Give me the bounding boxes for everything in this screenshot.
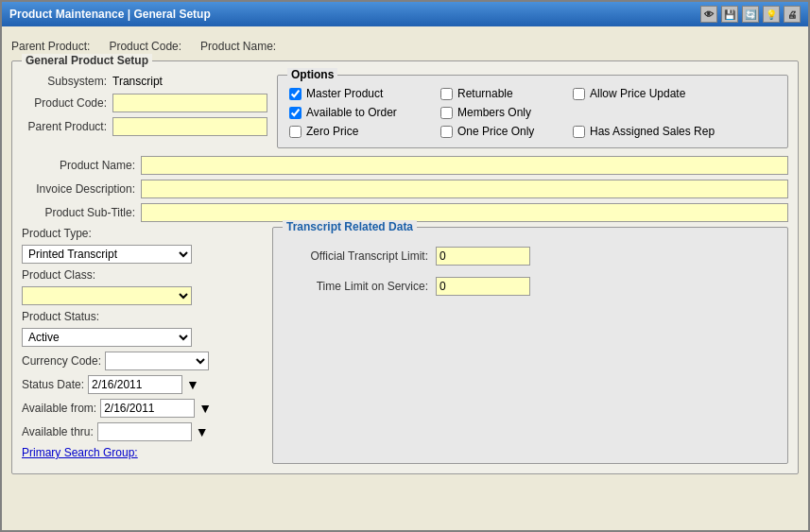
- bottom-two-col: Product Type: Printed Transcript Product…: [22, 227, 788, 464]
- product-name-field: Product Name:: [200, 40, 276, 53]
- available-from-input[interactable]: [100, 399, 195, 418]
- allow-price-update-checkbox-item: Allow Price Update: [573, 87, 733, 100]
- has-assigned-sales-rep-label: Has Assigned Sales Rep: [590, 125, 715, 138]
- product-code-field: Product Code:: [109, 40, 181, 53]
- subsystem-row: Subsystem: Transcript: [22, 75, 267, 88]
- members-only-checkbox[interactable]: [440, 107, 453, 119]
- product-subtitle-input[interactable]: [141, 203, 788, 222]
- has-assigned-sales-rep-checkbox-item: Has Assigned Sales Rep: [573, 125, 733, 138]
- currency-code-label: Currency Code:: [22, 354, 101, 368]
- allow-price-update-checkbox[interactable]: [573, 88, 585, 100]
- general-setup-title: General Product Setup: [22, 54, 152, 67]
- one-price-only-label: One Price Only: [457, 125, 534, 138]
- members-only-label: Members Only: [457, 106, 531, 119]
- available-thru-cal-icon[interactable]: ▼: [196, 424, 209, 439]
- eye-icon[interactable]: 👁: [700, 6, 717, 23]
- members-only-checkbox-item: Members Only: [440, 106, 573, 119]
- official-transcript-row: Official Transcript Limit:: [286, 247, 774, 266]
- zero-price-checkbox[interactable]: [289, 126, 302, 138]
- refresh-icon[interactable]: 🔄: [742, 6, 759, 23]
- product-type-label: Product Type:: [22, 227, 92, 240]
- master-product-checkbox[interactable]: [289, 88, 302, 100]
- window-title: Product Maintenance | General Setup: [9, 8, 211, 21]
- invoice-description-label: Invoice Description:: [22, 182, 135, 196]
- product-status-label: Product Status:: [22, 310, 99, 323]
- options-grid: Master Product Returnable Allow Price Up…: [289, 87, 776, 138]
- parent-product-input[interactable]: [112, 117, 267, 136]
- product-code-row: Product Code:: [22, 94, 267, 112]
- zero-price-label: Zero Price: [306, 125, 358, 138]
- print-icon[interactable]: 🖨: [784, 6, 801, 23]
- parent-product-label-left: Parent Product:: [22, 120, 107, 133]
- has-assigned-sales-rep-checkbox[interactable]: [573, 126, 585, 138]
- product-class-select[interactable]: [22, 286, 192, 305]
- master-product-label: Master Product: [306, 87, 383, 100]
- product-class-label: Product Class:: [22, 268, 95, 282]
- toolbar: 👁 💾 🔄 💡 🖨: [700, 6, 801, 23]
- available-to-order-checkbox-item: Available to Order: [289, 106, 440, 119]
- available-thru-input[interactable]: [97, 422, 192, 441]
- bottom-left: Product Type: Printed Transcript Product…: [22, 227, 263, 464]
- status-date-cal-icon[interactable]: ▼: [186, 377, 199, 392]
- transcript-related-group: Transcript Related Data Official Transcr…: [272, 227, 788, 464]
- product-status-label-row: Product Status:: [22, 310, 263, 323]
- product-code-label: Product Code:: [109, 40, 181, 53]
- time-limit-label: Time Limit on Service:: [286, 280, 428, 293]
- official-transcript-input[interactable]: [436, 247, 530, 266]
- product-class-dropdown-row: [22, 286, 263, 305]
- product-name-label: Product Name:: [200, 40, 276, 53]
- main-content: Parent Product: Product Code: Product Na…: [2, 26, 808, 488]
- returnable-checkbox[interactable]: [440, 88, 453, 100]
- one-price-only-checkbox[interactable]: [440, 126, 453, 138]
- info-icon[interactable]: 💡: [763, 6, 780, 23]
- parent-product-label: Parent Product:: [11, 40, 90, 53]
- time-limit-row: Time Limit on Service:: [286, 277, 774, 296]
- parent-product-field: Parent Product:: [11, 40, 90, 53]
- product-name-input[interactable]: [141, 156, 788, 175]
- returnable-checkbox-item: Returnable: [440, 87, 573, 100]
- product-code-input[interactable]: [112, 94, 267, 112]
- product-code-label-left: Product Code:: [22, 96, 107, 110]
- product-type-select[interactable]: Printed Transcript: [22, 245, 192, 264]
- status-date-label: Status Date:: [22, 378, 84, 391]
- product-status-dropdown-row: Active: [22, 328, 263, 347]
- master-product-checkbox-item: Master Product: [289, 87, 440, 100]
- product-name-full-label: Product Name:: [22, 159, 135, 172]
- time-limit-input[interactable]: [436, 277, 530, 296]
- one-price-only-checkbox-item: One Price Only: [440, 125, 573, 138]
- returnable-label: Returnable: [457, 87, 513, 100]
- right-col: Options Master Product Returnable: [277, 69, 788, 148]
- currency-code-row: Currency Code:: [22, 352, 263, 370]
- save-icon[interactable]: 💾: [721, 6, 738, 23]
- primary-search-link[interactable]: Primary Search Group:: [22, 446, 138, 459]
- available-from-cal-icon[interactable]: ▼: [198, 401, 212, 416]
- options-group: Options Master Product Returnable: [277, 75, 788, 148]
- general-setup-group: General Product Setup Subsystem: Transcr…: [11, 60, 799, 474]
- primary-search-row: Primary Search Group:: [22, 446, 263, 459]
- subsystem-value: Transcript: [112, 75, 163, 88]
- allow-price-update-label: Allow Price Update: [590, 87, 685, 100]
- setup-two-col: Subsystem: Transcript Product Code: Pare…: [22, 69, 788, 148]
- status-date-input[interactable]: [88, 375, 182, 394]
- product-type-label-row: Product Type:: [22, 227, 263, 240]
- product-status-select[interactable]: Active: [22, 328, 192, 347]
- main-window: Product Maintenance | General Setup 👁 💾 …: [0, 0, 810, 532]
- title-bar: Product Maintenance | General Setup 👁 💾 …: [2, 2, 808, 26]
- transcript-related-title: Transcript Related Data: [283, 220, 417, 233]
- currency-code-select[interactable]: [105, 352, 209, 370]
- available-thru-row: Available thru: ▼: [22, 422, 263, 441]
- available-to-order-checkbox[interactable]: [289, 107, 302, 119]
- options-title: Options: [287, 68, 337, 81]
- zero-price-checkbox-item: Zero Price: [289, 125, 440, 138]
- invoice-description-row: Invoice Description:: [22, 180, 788, 198]
- product-class-label-row: Product Class:: [22, 268, 263, 282]
- product-name-full-row: Product Name:: [22, 156, 788, 175]
- available-from-row: Available from: ▼: [22, 399, 263, 418]
- invoice-description-input[interactable]: [141, 180, 788, 198]
- product-subtitle-label: Product Sub-Title:: [22, 206, 135, 219]
- product-type-dropdown-row: Printed Transcript: [22, 245, 263, 264]
- parent-product-row: Parent Product:: [22, 117, 267, 136]
- status-date-row: Status Date: ▼: [22, 375, 263, 394]
- full-form-area: Product Name: Invoice Description: Produ…: [22, 156, 788, 222]
- official-transcript-label: Official Transcript Limit:: [286, 249, 428, 263]
